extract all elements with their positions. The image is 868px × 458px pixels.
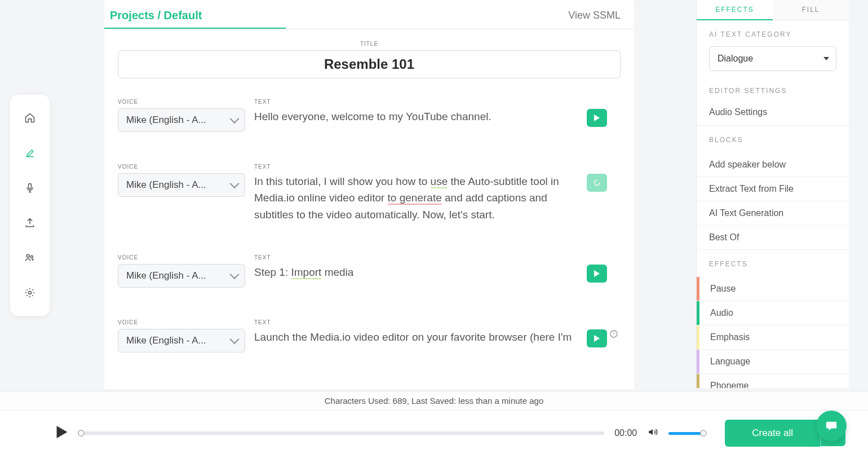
effect-label: Pause: [710, 284, 736, 294]
block-extract-text[interactable]: Extract Text from File: [697, 177, 849, 201]
svg-rect-0: [29, 184, 32, 189]
text-label: TEXT: [254, 164, 578, 170]
blocks-section: BLOCKS: [697, 126, 849, 153]
effect-phoneme[interactable]: Phoneme: [697, 374, 849, 388]
voice-label: VOICE: [118, 99, 245, 105]
volume-icon[interactable]: [647, 427, 658, 439]
effect-label: Language: [710, 356, 750, 367]
block-best-of[interactable]: Best Of: [697, 226, 849, 250]
play-icon: [56, 426, 68, 438]
home-icon[interactable]: [24, 112, 36, 124]
effect-pause[interactable]: Pause: [697, 277, 849, 301]
power-icon[interactable]: [609, 329, 618, 338]
footer: Characters Used: 689, Last Saved: less t…: [0, 391, 868, 458]
speech-block: VOICE Mike (English - A... TEXT Hello ev…: [118, 99, 621, 132]
right-panel: EFFECTS FILL AI TEXT CATEGORY Dialogue E…: [697, 0, 849, 388]
tab-effects[interactable]: EFFECTS: [697, 0, 773, 20]
loading-button[interactable]: [587, 174, 607, 192]
voice-select[interactable]: Mike (English - A...: [118, 329, 245, 353]
voice-select[interactable]: Mike (English - A...: [118, 108, 245, 132]
status-line: Characters Used: 689, Last Saved: less t…: [0, 391, 868, 411]
speech-block: VOICE Mike (English - A... TEXT In this …: [118, 164, 621, 223]
svg-point-1: [26, 254, 29, 257]
chars-value: 689: [393, 396, 407, 406]
content-scroll[interactable]: TITLE VOICE Mike (English - A... TEXT He…: [104, 29, 634, 385]
settings-icon[interactable]: [24, 287, 36, 299]
app-root: Projects / Default View SSML TITLE VOICE…: [0, 0, 868, 458]
edit-icon[interactable]: [24, 147, 36, 159]
chat-icon: [825, 420, 838, 432]
volume-knob[interactable]: [700, 430, 707, 437]
voice-label: VOICE: [118, 319, 245, 325]
blocks-heading: BLOCKS: [709, 136, 836, 144]
main-play-button[interactable]: [56, 426, 68, 441]
player-bar: 00:00 Create all: [0, 411, 868, 458]
text-label: TEXT: [254, 254, 578, 261]
effects-heading: EFFECTS: [709, 260, 836, 268]
breadcrumb-separator: /: [154, 9, 164, 21]
effect-label: Phoneme: [710, 381, 749, 388]
block-ai-text-gen[interactable]: AI Text Generation: [697, 201, 849, 226]
block-add-speaker[interactable]: Add speaker below: [697, 153, 849, 177]
ai-category-dropdown[interactable]: Dialogue: [709, 46, 836, 71]
text-label: TEXT: [254, 319, 578, 325]
voice-label: VOICE: [118, 164, 245, 170]
breadcrumb-default[interactable]: Default: [164, 9, 202, 21]
effect-emphasis[interactable]: Emphasis: [697, 325, 849, 350]
play-button[interactable]: [587, 329, 607, 347]
upload-icon[interactable]: [24, 217, 36, 229]
play-button[interactable]: [587, 109, 607, 127]
title-label: TITLE: [118, 41, 621, 47]
loading-icon: [594, 179, 600, 186]
voice-label: VOICE: [118, 254, 245, 261]
text-content[interactable]: Launch the Media.io video editor on your…: [254, 329, 578, 345]
header-row: Projects / Default View SSML: [104, 0, 634, 28]
play-icon: [594, 335, 600, 342]
mic-icon[interactable]: [24, 182, 36, 194]
svg-point-3: [29, 292, 32, 294]
svg-point-2: [30, 256, 33, 258]
effect-language[interactable]: Language: [697, 350, 849, 374]
seek-knob[interactable]: [78, 430, 85, 437]
time-display: 00:00: [614, 428, 637, 438]
play-icon: [594, 114, 600, 121]
text-content[interactable]: Step 1: Import media: [254, 264, 578, 280]
play-button[interactable]: [587, 265, 607, 283]
chars-label: Characters Used:: [325, 396, 393, 406]
effects-section: EFFECTS: [697, 250, 849, 277]
title-input[interactable]: [118, 50, 621, 78]
main-editor: Projects / Default View SSML TITLE VOICE…: [104, 0, 634, 389]
text-content[interactable]: In this tutorial, I will show you how to…: [254, 173, 578, 223]
create-all-button[interactable]: Create all: [725, 420, 820, 447]
volume-bar[interactable]: [668, 432, 703, 435]
text-label: TEXT: [254, 99, 578, 105]
breadcrumb[interactable]: Projects / Default: [110, 9, 202, 22]
play-icon: [594, 270, 600, 277]
editor-settings-heading: EDITOR SETTINGS: [709, 87, 836, 95]
seek-bar[interactable]: [78, 431, 604, 435]
left-nav: [10, 95, 50, 316]
text-content[interactable]: Hello everyone, welcome to my YouTube ch…: [254, 108, 578, 125]
voice-select[interactable]: Mike (English - A...: [118, 173, 245, 197]
ai-category-section: AI TEXT CATEGORY Dialogue: [697, 20, 849, 77]
effect-label: Audio: [710, 308, 733, 318]
view-ssml-link[interactable]: View SSML: [568, 10, 621, 21]
audio-settings-link[interactable]: Audio Settings: [697, 104, 849, 125]
breadcrumb-projects[interactable]: Projects: [110, 9, 154, 21]
panel-tabs: EFFECTS FILL: [697, 0, 849, 20]
team-icon[interactable]: [24, 252, 36, 264]
editor-settings-section: EDITOR SETTINGS: [697, 77, 849, 104]
saved-label: , Last Saved:: [407, 396, 459, 406]
speech-block: VOICE Mike (English - A... TEXT Launch t…: [118, 319, 621, 353]
saved-value: less than a minute ago: [458, 396, 543, 406]
voice-select[interactable]: Mike (English - A...: [118, 264, 245, 288]
ai-category-heading: AI TEXT CATEGORY: [709, 30, 836, 38]
speech-block: VOICE Mike (English - A... TEXT Step 1: …: [118, 254, 621, 288]
effect-label: Emphasis: [710, 332, 750, 342]
tab-fill[interactable]: FILL: [773, 0, 849, 20]
effect-audio[interactable]: Audio: [697, 301, 849, 325]
chat-fab[interactable]: [816, 411, 847, 441]
